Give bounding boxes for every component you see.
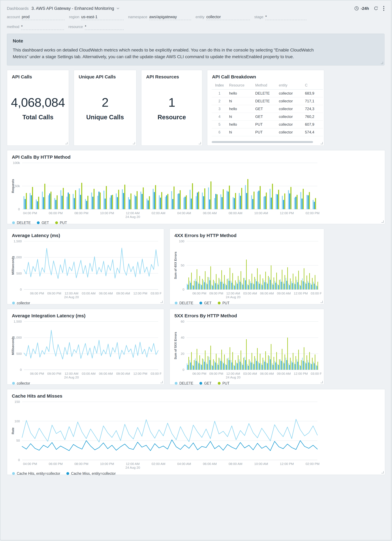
bar <box>302 278 303 289</box>
bar <box>249 279 249 290</box>
chart-average-integration-latency[interactable]: 05001,0001,500Milliseconds06:00 PM09:00 … <box>10 319 161 380</box>
resize-handle-icon[interactable] <box>321 381 323 383</box>
y-tick-label: 0 <box>18 207 20 211</box>
bar <box>32 187 33 209</box>
legend-item[interactable]: collector <box>12 381 30 385</box>
horizontal-scrollbar[interactable] <box>212 141 313 143</box>
resize-handle-icon[interactable] <box>133 142 135 144</box>
bar <box>23 196 24 209</box>
y-tick-label: 0 <box>18 458 20 462</box>
legend-item[interactable]: Cache Miss, entity=collector <box>66 472 116 476</box>
x-tick-label: 03:00 PM <box>311 291 321 295</box>
bar <box>191 198 192 209</box>
bar <box>274 357 274 370</box>
resize-handle-icon[interactable] <box>199 142 201 144</box>
chart-5xx-errors[interactable]: 0204060Sum of 5XX Errors06:00 PM09:00 PM… <box>172 319 321 380</box>
x-tick-label: 06:00 PM <box>30 372 44 375</box>
x-tick-label: 08:00 PM <box>74 462 88 466</box>
legend-item[interactable]: PUT <box>218 381 229 385</box>
x-tick-label: 12:00 PM <box>280 211 294 215</box>
filter-bar: account prod region us-east-1 namespace … <box>7 14 385 33</box>
legend-item[interactable]: GET <box>199 381 211 385</box>
bar <box>203 196 204 209</box>
bar <box>225 284 226 290</box>
bar <box>221 350 222 370</box>
legend-dot-icon <box>66 472 69 475</box>
time-range-button[interactable]: -24h <box>354 6 369 11</box>
resize-handle-icon[interactable] <box>160 301 163 303</box>
resize-handle-icon[interactable] <box>160 381 163 383</box>
x-tick-label: 06:00 AM <box>203 462 217 466</box>
filter-resource[interactable]: resource * <box>68 24 124 30</box>
filter-entity[interactable]: entity collector <box>196 15 250 20</box>
legend-item[interactable]: GET <box>37 221 49 225</box>
chart-cache-hits-and-misses[interactable]: 050100150Rate04:00 PM06:00 PM08:00 PM10:… <box>10 399 382 470</box>
bar <box>278 365 279 370</box>
refresh-button[interactable] <box>374 6 378 11</box>
resize-handle-icon[interactable] <box>382 471 384 473</box>
bar <box>205 350 205 370</box>
chart-4xx-errors[interactable]: 050100Sum of 4XX Errors06:00 PM09:00 PM1… <box>172 239 321 299</box>
bar <box>285 275 285 290</box>
legend-item[interactable]: PUT <box>55 221 67 225</box>
legend-dot-icon <box>175 302 178 304</box>
bar <box>281 282 282 290</box>
breadcrumb[interactable]: Dashboards <box>7 6 29 11</box>
legend-dot-icon <box>37 221 40 224</box>
filter-method[interactable]: method * <box>7 24 64 30</box>
bar <box>301 360 302 370</box>
column-header-count: C <box>303 81 323 89</box>
bar <box>217 194 218 209</box>
topbar-actions: -24h <box>354 6 385 11</box>
legend-item[interactable]: DELETE <box>175 301 193 305</box>
bar <box>226 191 227 209</box>
table-cell: hi <box>227 113 253 120</box>
legend-item[interactable]: collector <box>12 301 30 305</box>
filter-namespace[interactable]: namespace aws/apigateway <box>128 15 191 20</box>
filter-stage[interactable]: stage * <box>254 15 306 20</box>
bar <box>248 366 249 370</box>
bar <box>30 193 31 209</box>
more-menu-button[interactable] <box>383 6 385 11</box>
filter-account[interactable]: account prod <box>7 15 65 20</box>
bar <box>166 195 167 209</box>
bar <box>155 185 156 209</box>
x-date-label: 24 Aug 20 <box>226 375 241 379</box>
resize-handle-icon[interactable] <box>382 220 384 223</box>
bar <box>212 286 213 290</box>
x-tick-label: 02:00 AM <box>152 211 165 215</box>
bar <box>309 352 310 370</box>
bar <box>269 356 270 370</box>
bar <box>295 284 295 290</box>
chart-api-calls-by-http-method[interactable]: 050k100kRequests04:00 PM06:00 PM08:00 PM… <box>10 160 382 219</box>
bar <box>213 359 214 370</box>
bar <box>56 200 56 209</box>
refresh-icon <box>374 6 378 11</box>
bar <box>299 365 300 370</box>
bar <box>227 279 228 290</box>
chart-average-latency[interactable]: 05001,0001,500Milliseconds06:00 PM09:00 … <box>10 239 161 299</box>
legend-item[interactable]: DELETE <box>175 381 193 385</box>
legend-item[interactable]: DELETE <box>12 221 31 225</box>
legend-item[interactable]: Cache Hits, entity=collector <box>12 472 60 476</box>
table-cell: hello <box>227 89 253 97</box>
bar <box>196 361 196 370</box>
resize-handle-icon[interactable] <box>381 62 383 64</box>
bar <box>187 363 188 369</box>
resize-handle-icon[interactable] <box>321 301 323 303</box>
filter-region[interactable]: region us-east-1 <box>69 15 124 20</box>
x-tick-label: 03:00 PM <box>151 372 161 375</box>
legend-item[interactable]: PUT <box>218 301 229 305</box>
resize-handle-icon[interactable] <box>321 142 323 144</box>
table-cell: hello <box>227 120 253 128</box>
bar <box>110 198 111 209</box>
legend-item[interactable]: GET <box>199 301 211 305</box>
resize-handle-icon[interactable] <box>65 142 67 144</box>
bar <box>259 284 260 290</box>
column-header-method: Method <box>253 81 277 89</box>
y-tick-label: 500 <box>16 271 22 275</box>
bar <box>289 193 290 209</box>
dashboard-title-dropdown[interactable]: 3. AWS API Gateway - Enhanced Monitoring <box>31 6 118 11</box>
bar <box>229 268 230 290</box>
bar <box>288 363 289 369</box>
